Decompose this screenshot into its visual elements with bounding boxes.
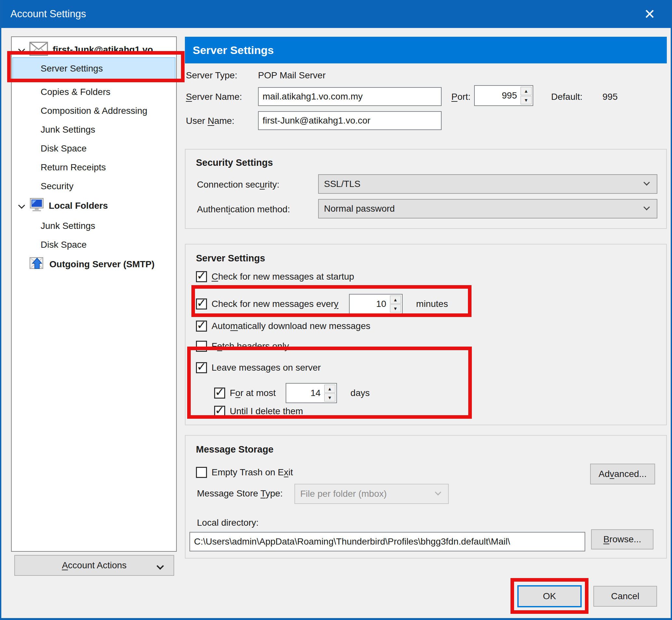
local-directory-label: Local directory: — [197, 518, 259, 528]
for-at-most-value: 14 — [286, 383, 323, 403]
tree-item-local-junk-settings[interactable]: Junk Settings — [13, 216, 175, 236]
check-every-value: 10 — [350, 295, 389, 313]
tree-item-label: Server Settings — [13, 63, 103, 74]
cancel-button[interactable]: Cancel — [593, 586, 657, 607]
account-name: first-Junk@atikahg1.vo... — [53, 45, 161, 55]
port-stepper[interactable]: 995 ▲ ▼ — [474, 85, 533, 106]
empty-trash-row[interactable]: Empty Trash on Exit — [196, 467, 293, 478]
tree-item-junk-settings[interactable]: Junk Settings — [13, 120, 175, 139]
tree-item-label: Local Folders — [49, 201, 108, 211]
for-at-most-row[interactable]: ✓ For at most 14 ▲ ▼ days — [214, 383, 370, 403]
close-icon[interactable]: ✕ — [637, 0, 662, 28]
chevron-down-icon — [436, 490, 441, 495]
checkbox-checked-icon[interactable]: ✓ — [196, 271, 207, 282]
tree-item-label: Junk Settings — [13, 124, 95, 135]
account-settings-dialog: Account Settings ✕ first-Junk@atikahg1.v… — [0, 0, 672, 620]
account-tree: first-Junk@atikahg1.vo... Server Setting… — [11, 37, 177, 552]
user-name-input[interactable]: first-Junk@atikahg1.vo.cor — [258, 111, 442, 130]
server-type-value: POP Mail Server — [258, 70, 326, 81]
connection-security-select[interactable]: SSL/TLS — [318, 174, 657, 194]
chevron-down-icon[interactable] — [18, 47, 25, 53]
fetch-headers-label: Fetch headers only — [212, 341, 289, 352]
server-name-value: mail.atikahg1.vo.com.my — [263, 91, 362, 102]
tree-item-copies-folders[interactable]: Copies & Folders — [13, 83, 175, 101]
tree-item-label: Composition & Addressing — [13, 106, 147, 116]
server-settings-group: Server Settings ✓ Check for new messages… — [185, 244, 667, 425]
advanced-button-label: Advanced... — [599, 469, 647, 479]
tree-item-label: Return Receipts — [13, 162, 106, 173]
server-name-label: Server Name: — [186, 92, 242, 102]
titlebar: Account Settings — [1, 0, 672, 28]
connection-security-label: Connection security: — [197, 179, 279, 190]
until-delete-label: Until I delete them — [230, 406, 303, 416]
tree-item-server-settings[interactable]: Server Settings — [12, 57, 175, 80]
check-every-stepper[interactable]: 10 ▲ ▼ — [349, 294, 403, 314]
for-at-most-unit: days — [351, 388, 370, 398]
server-type-label: Server Type: — [186, 70, 237, 81]
checkbox-checked-icon[interactable]: ✓ — [214, 406, 225, 417]
tree-item-outgoing-server[interactable]: Outgoing Server (SMTP) — [13, 255, 175, 274]
for-at-most-stepper[interactable]: 14 ▲ ▼ — [286, 383, 337, 403]
tree-item-label: Copies & Folders — [13, 87, 110, 97]
chevron-down-icon[interactable] — [18, 203, 25, 209]
auto-download-row[interactable]: ✓ Automatically download new messages — [196, 320, 371, 331]
checkbox-checked-icon[interactable]: ✓ — [196, 320, 207, 331]
tree-item-label: Disk Space — [13, 240, 87, 250]
message-storage-title: Message Storage — [196, 444, 274, 455]
empty-trash-label: Empty Trash on Exit — [212, 467, 293, 478]
chevron-down-icon — [157, 563, 163, 569]
ok-button[interactable]: OK — [517, 585, 582, 607]
for-at-most-label: For at most — [230, 388, 276, 398]
chevron-down-icon — [645, 180, 650, 185]
fetch-headers-row[interactable]: Fetch headers only — [196, 341, 289, 352]
tree-item-label: Outgoing Server (SMTP) — [49, 259, 155, 269]
connection-security-value: SSL/TLS — [324, 179, 360, 189]
tree-item-local-folders[interactable]: Local Folders — [13, 196, 175, 215]
tree-item-composition-addressing[interactable]: Composition & Addressing — [13, 101, 175, 120]
checkbox-checked-icon[interactable]: ✓ — [214, 388, 225, 399]
port-default-label: Default: — [551, 92, 583, 102]
server-settings-group-title: Server Settings — [196, 253, 265, 264]
leave-messages-row[interactable]: ✓ Leave messages on server — [196, 362, 321, 373]
tree-item-account-root[interactable]: first-Junk@atikahg1.vo... — [13, 40, 175, 59]
security-settings-title: Security Settings — [196, 157, 273, 168]
check-startup-label: Check for new messages at startup — [212, 271, 354, 282]
until-delete-row[interactable]: ✓ Until I delete them — [214, 406, 303, 417]
computer-icon — [29, 197, 44, 215]
advanced-button[interactable]: Advanced... — [590, 464, 655, 484]
checkbox-unchecked-icon[interactable] — [196, 467, 207, 478]
tree-item-return-receipts[interactable]: Return Receipts — [13, 158, 175, 177]
spin-down-icon[interactable]: ▼ — [324, 394, 335, 402]
tree-item-label: Junk Settings — [13, 221, 95, 231]
spin-up-icon[interactable]: ▲ — [324, 384, 335, 393]
tree-item-local-disk-space[interactable]: Disk Space — [13, 236, 175, 254]
leave-messages-label: Leave messages on server — [212, 363, 321, 373]
check-startup-row[interactable]: ✓ Check for new messages at startup — [196, 271, 354, 282]
ok-button-label: OK — [543, 591, 556, 602]
checkbox-checked-icon[interactable]: ✓ — [196, 362, 207, 373]
port-default-value: 995 — [603, 92, 618, 102]
spin-up-icon[interactable]: ▲ — [390, 296, 401, 304]
check-every-label: Check for new messages every — [212, 299, 339, 309]
port-value: 995 — [475, 86, 520, 105]
spin-down-icon[interactable]: ▼ — [520, 96, 531, 104]
page-title: Server Settings — [193, 44, 274, 57]
spin-down-icon[interactable]: ▼ — [390, 304, 401, 312]
tree-item-label: Security — [13, 181, 73, 192]
authentication-method-select[interactable]: Normal password — [318, 199, 657, 218]
account-actions-button[interactable]: Account Actions — [14, 555, 174, 576]
chevron-down-icon — [645, 205, 650, 210]
local-directory-input[interactable]: C:\Users\admin\AppData\Roaming\Thunderbi… — [189, 532, 585, 552]
cancel-button-label: Cancel — [611, 591, 639, 602]
check-every-unit: minutes — [416, 299, 448, 309]
user-name-value: first-Junk@atikahg1.vo.cor — [263, 115, 371, 126]
tree-item-security[interactable]: Security — [13, 177, 175, 196]
message-store-type-value: File per folder (mbox) — [300, 488, 387, 499]
browse-button[interactable]: Browse... — [591, 529, 654, 550]
tree-item-disk-space[interactable]: Disk Space — [13, 139, 175, 158]
checkbox-checked-icon[interactable]: ✓ — [196, 299, 207, 310]
checkbox-unchecked-icon[interactable] — [196, 341, 207, 352]
check-every-row[interactable]: ✓ Check for new messages every 10 ▲ ▼ mi… — [196, 294, 448, 314]
spin-up-icon[interactable]: ▲ — [520, 87, 531, 95]
server-name-input[interactable]: mail.atikahg1.vo.com.my — [258, 87, 442, 106]
